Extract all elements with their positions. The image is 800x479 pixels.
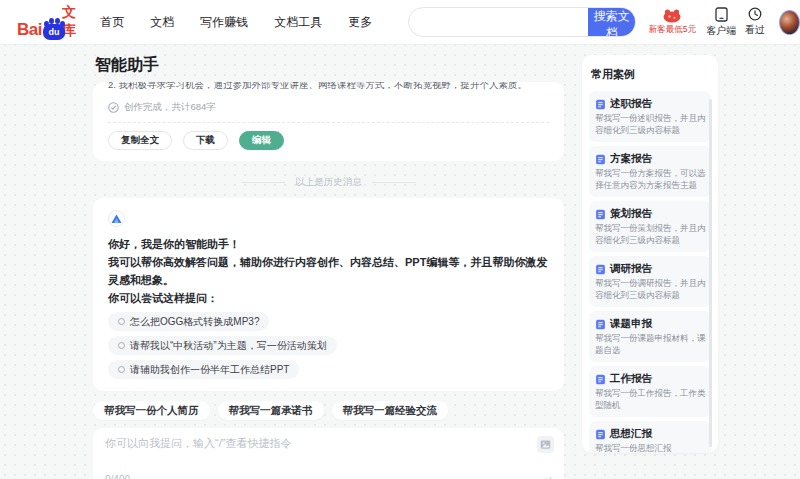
case-item-fangan[interactable]: 方案报告 帮我写一份方案报告，可以选择任意内容为方案报告主题 [589, 146, 711, 197]
char-counter: 0/400 [105, 474, 130, 479]
document-icon [595, 99, 606, 110]
document-icon [595, 429, 606, 440]
edit-button[interactable]: 编辑 [239, 131, 284, 150]
history-divider-text: 以上是历史消息 [295, 176, 362, 189]
tag-write-experience[interactable]: 帮我写一篇经验交流 [332, 401, 449, 420]
case-item-gongzuo[interactable]: 工作报告 帮我写一份工作报告，工作类型随机 [589, 366, 711, 417]
message-input-card: 0/400 ↵ [93, 428, 564, 479]
clipped-history-text: 2. 我积极寻求学习机会，通过参加外部专业讲座、网络课程等方式，不断拓宽视野，提… [108, 82, 549, 93]
copy-fulltext-button[interactable]: 复制全文 [108, 131, 172, 150]
search-input[interactable] [409, 8, 588, 36]
case-desc: 帮我写一份策划报告，并且内容细化到三级内容标题 [595, 223, 706, 246]
nav-link-docs[interactable]: 文档 [150, 14, 174, 31]
image-icon [540, 439, 551, 450]
insert-image-button[interactable] [537, 436, 554, 453]
chat-main: 智能助手 2. 我积极寻求学习机会，通过参加外部专业讲座、网络课程等方式，不断拓… [93, 50, 564, 479]
history-divider: 以上是历史消息 [93, 176, 564, 189]
case-label: 思想汇报 [610, 427, 652, 441]
download-button[interactable]: 下载 [183, 131, 228, 150]
document-icon [595, 209, 606, 220]
case-label: 课题申报 [610, 317, 652, 331]
sample-prompt-ogg-mp3[interactable]: 怎么把OGG格式转换成MP3? [108, 312, 269, 331]
nav-link-tools[interactable]: 文档工具 [274, 14, 322, 31]
prompt-bullet-icon [118, 318, 125, 325]
case-desc: 帮我写一份思想汇报 [595, 443, 706, 453]
top-navbar: Bai du 文库 首页 文档 写作赚钱 文档工具 更多 搜索文档 [0, 0, 800, 45]
case-item-diaoyan[interactable]: 调研报告 帮我写一份调研报告，并且内容细化到三级内容标题 [589, 256, 711, 307]
promo-entry[interactable]: 新客最低5元 [648, 8, 696, 36]
promo-gift-icon [662, 8, 682, 23]
case-item-sixiang[interactable]: 思想汇报 帮我写一份思想汇报 [589, 421, 711, 453]
tag-write-resume[interactable]: 帮我写一份个人简历 [93, 401, 210, 420]
assistant-message-card: 你好，我是你的智能助手！ 我可以帮你高效解答问题，辅助你进行内容创作、内容总结、… [93, 198, 564, 391]
prompt-bullet-icon [118, 366, 125, 373]
nav-link-earn[interactable]: 写作赚钱 [200, 14, 248, 31]
sample-prompt-halfyear-ppt[interactable]: 请辅助我创作一份半年工作总结PPT [108, 360, 299, 379]
client-label: 客户端 [706, 24, 736, 38]
assistant-intro: 我可以帮你高效解答问题，辅助你进行内容创作、内容总结、PPT编辑等，并且帮助你激… [108, 253, 549, 289]
logo-text-wenku: 文库 [62, 4, 82, 40]
prompt-text: 请辅助我创作一份半年工作总结PPT [130, 363, 289, 377]
search-button[interactable]: 搜索文档 [588, 8, 635, 36]
client-entry[interactable]: 客户端 [706, 7, 736, 38]
nav-link-home[interactable]: 首页 [100, 14, 124, 31]
prompt-text: 请帮我以“中秋活动”为主题，写一份活动策划 [130, 339, 327, 353]
status-text: 创作完成，共计684字 [124, 101, 216, 114]
user-avatar[interactable] [779, 10, 800, 35]
case-desc: 帮我写一份方案报告，可以选择任意内容为方案报告主题 [595, 168, 706, 191]
sample-prompt-midautumn-plan[interactable]: 请帮我以“中秋活动”为主题，写一份活动策划 [108, 336, 337, 355]
case-label: 述职报告 [610, 97, 652, 111]
generation-status: 创作完成，共计684字 [108, 101, 549, 114]
quick-tags-row: 帮我写一份个人简历 帮我写一篇承诺书 帮我写一篇经验交流 [93, 401, 564, 420]
viewed-label: 看过 [745, 23, 765, 37]
page-title: 智能助手 [95, 55, 564, 76]
assistant-greeting: 你好，我是你的智能助手！ [108, 235, 549, 253]
case-label: 工作报告 [610, 372, 652, 386]
case-item-shuzhi[interactable]: 述职报告 帮我写一份述职报告，并且内容细化到三级内容标题 [589, 91, 711, 142]
check-circle-icon [108, 102, 119, 113]
document-icon [595, 374, 606, 385]
prompt-bullet-icon [118, 342, 125, 349]
viewed-entry[interactable]: 看过 [742, 7, 767, 37]
nav-link-more[interactable]: 更多 [348, 14, 372, 31]
baidu-paw-icon: du [43, 18, 59, 40]
baidu-wenku-logo[interactable]: Bai du 文库 [17, 4, 82, 40]
case-item-keti[interactable]: 课题申报 帮我写一份课题申报材料，课题自选 [589, 311, 711, 362]
history-result-card: 2. 我积极寻求学习机会，通过参加外部专业讲座、网络课程等方式，不断拓宽视野，提… [93, 82, 564, 161]
case-label: 调研报告 [610, 262, 652, 276]
document-icon [595, 264, 606, 275]
case-desc: 帮我写一份述职报告，并且内容细化到三级内容标题 [595, 113, 706, 136]
assistant-try-label: 你可以尝试这样提问： [108, 289, 549, 307]
document-icon [595, 319, 606, 330]
sidebar-scrollbar[interactable] [709, 99, 712, 447]
logo-text-bai: Bai [17, 20, 42, 40]
promo-label: 新客最低5元 [649, 24, 696, 36]
case-desc: 帮我写一份工作报告，工作类型随机 [595, 388, 706, 411]
tag-write-commitment[interactable]: 帮我写一篇承诺书 [218, 401, 324, 420]
divider-line-right [372, 182, 416, 183]
nav-links: 首页 文档 写作赚钱 文档工具 更多 [100, 14, 372, 31]
page-root: Bai du 文库 首页 文档 写作赚钱 文档工具 更多 搜索文档 [0, 0, 800, 479]
phone-icon [715, 7, 728, 22]
divider-line-left [241, 182, 285, 183]
case-desc: 帮我写一份调研报告，并且内容细化到三级内容标题 [595, 278, 706, 301]
search-bar: 搜索文档 [408, 7, 636, 37]
result-actions: 复制全文 下载 编辑 [108, 123, 549, 161]
enter-key-icon[interactable]: ↵ [543, 473, 553, 479]
case-label: 方案报告 [610, 152, 652, 166]
message-input[interactable] [105, 436, 524, 468]
document-icon [595, 154, 606, 165]
case-label: 策划报告 [610, 207, 652, 221]
clock-icon [748, 7, 762, 21]
case-item-cehua[interactable]: 策划报告 帮我写一份策划报告，并且内容细化到三级内容标题 [589, 201, 711, 252]
assistant-avatar-icon [108, 210, 125, 227]
prompt-text: 怎么把OGG格式转换成MP3? [130, 315, 259, 329]
case-desc: 帮我写一份课题申报材料，课题自选 [595, 333, 706, 356]
sidebar-title: 常用案例 [591, 67, 711, 82]
common-cases-panel: 常用案例 述职报告 帮我写一份述职报告，并且内容细化到三级内容标题 [582, 55, 718, 453]
